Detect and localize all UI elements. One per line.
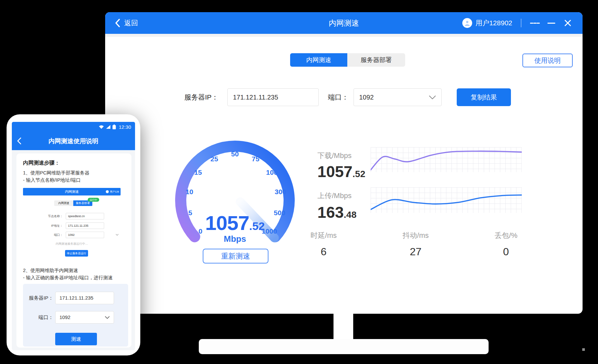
- upload-chart: [371, 187, 522, 213]
- mini-node-name-label: 节点名称：: [48, 213, 63, 219]
- speed-gauge: 0510152550751003005001000 1057.52 Mbps: [169, 138, 301, 246]
- mode-tabs: 内网测速 服务器部署: [290, 53, 405, 67]
- mini-port-label: 端口：: [54, 232, 63, 238]
- phone-header: 12:30 内网测速使用说明: [12, 122, 135, 150]
- chevron-down-icon: [429, 95, 436, 100]
- phone-status-bar: 12:30: [99, 124, 131, 130]
- packet-loss-stat: 丢包/% 0: [476, 231, 536, 258]
- user-icon: [464, 20, 471, 26]
- mini-port-row: 端口： 1092: [23, 232, 121, 238]
- mini-user-chip: 用户128: [106, 188, 119, 195]
- chevron-left-icon: [17, 137, 21, 145]
- instructions-card: 内网测速步骤： 1、使用PC网维助手部署服务器 - 输入节点名称/IP地址/端口…: [16, 153, 131, 348]
- packet-loss-value: 0: [476, 246, 536, 258]
- port-select-value: 1092: [359, 94, 374, 101]
- usage-guide-button[interactable]: 使用说明: [522, 54, 573, 67]
- user-account-chip[interactable]: 用户128902: [462, 18, 512, 28]
- wifi-icon: [99, 125, 104, 129]
- mini-ip-label: IP地址：: [51, 222, 63, 229]
- latency-label: 时延/ms: [294, 231, 353, 240]
- mini-stop-server-button: 停止服务器运行: [65, 250, 88, 257]
- jitter-label: 抖动/ms: [386, 231, 445, 240]
- phone-server-ip-label: 服务器IP：: [28, 292, 53, 304]
- phone-screen: 12:30 内网测速使用说明 内网测速步骤： 1、使用PC网维助手部署服务器 -…: [12, 122, 135, 350]
- app-header: 返回 内网测速 用户128902: [105, 12, 583, 34]
- step2-detail: - 输入正确的服务器IP地址/端口，进行测速: [23, 275, 113, 281]
- mini-avatar: [106, 190, 109, 193]
- jitter-value: 27: [386, 246, 445, 258]
- retest-button[interactable]: 重新测速: [203, 249, 268, 263]
- chevron-left-icon: [115, 19, 120, 27]
- battery-icon: [112, 125, 116, 129]
- mini-node-name-row: 节点名称： speedtest.cn: [23, 213, 121, 219]
- header-divider: [521, 19, 521, 27]
- mini-running-badge: 运行中: [88, 198, 99, 202]
- latency-stat: 时延/ms 6: [294, 231, 353, 258]
- mini-tab-speedtest: 内网测速: [54, 200, 73, 206]
- latency-value: 6: [294, 246, 353, 258]
- gauge-tick-100: 100: [266, 169, 278, 176]
- port-label: 端口：: [328, 88, 349, 106]
- server-ip-label: 服务器IP：: [184, 88, 218, 106]
- download-value: 1057.52: [317, 164, 365, 180]
- upload-label: 上传/Mbps: [317, 191, 352, 201]
- tab-server-deploy[interactable]: 服务器部署: [347, 53, 405, 67]
- phone-mockup: 12:30 内网测速使用说明 内网测速步骤： 1、使用PC网维助手部署服务器 -…: [7, 114, 140, 355]
- mini-ip-row: IP地址： 171.121.11.235: [23, 222, 121, 229]
- phone-port-select[interactable]: 1092: [55, 311, 114, 324]
- phone-port-value: 1092: [59, 311, 70, 323]
- header-shadow-strip: [105, 34, 583, 37]
- mini-app-header: 内网测速 用户128: [23, 188, 121, 195]
- monitor-stand-neck: [334, 313, 353, 339]
- gauge-tick-300: 300: [275, 188, 286, 196]
- minimize-button[interactable]: [546, 18, 556, 28]
- back-label: 返回: [124, 18, 138, 28]
- black-background: 返回 内网测速 用户128902: [0, 0, 598, 364]
- gauge-tick-75: 75: [252, 155, 259, 163]
- phone-server-ip-input[interactable]: 171.121.11.235: [55, 292, 114, 304]
- phone-page-title: 内网测速使用说明: [12, 136, 135, 146]
- mini-ip-value: 171.121.11.235: [66, 222, 104, 229]
- phone-time: 12:30: [119, 124, 131, 130]
- gauge-tick-10: 10: [186, 188, 193, 196]
- back-button[interactable]: 返回: [115, 18, 138, 28]
- download-chart: [371, 147, 522, 172]
- step2-title: 2、使用网维助手内网测速: [23, 267, 78, 274]
- upload-value: 163.48: [317, 205, 356, 220]
- phone-back-button[interactable]: [17, 137, 21, 146]
- mini-port-value: 1092: [66, 232, 104, 238]
- download-label: 下载/Mbps: [317, 151, 352, 161]
- tab-intranet-speedtest[interactable]: 内网测速: [290, 53, 347, 67]
- step1-detail: - 输入节点名称/IP地址/端口: [23, 177, 81, 183]
- menu-button[interactable]: [530, 18, 540, 28]
- server-ip-input[interactable]: [227, 88, 319, 106]
- mini-running-text: 内网测速服务器运行中…: [23, 242, 121, 246]
- background-speck: [582, 348, 585, 351]
- gauge-tick-50: 50: [231, 150, 239, 158]
- mini-app-screenshot: 内网测速 用户128 内网测速 服务器部署 运行中 节点名称： speedtes…: [23, 188, 121, 263]
- close-button[interactable]: [563, 18, 573, 28]
- chevron-down-icon: [116, 234, 119, 236]
- copy-result-button[interactable]: 复制结果: [457, 88, 511, 106]
- signal-icon: [106, 125, 111, 129]
- gauge-value: 1057.52: [169, 213, 301, 233]
- chevron-down-icon: [105, 316, 110, 319]
- phone-test-button[interactable]: 测速: [55, 333, 97, 345]
- username-label: 用户128902: [475, 18, 512, 28]
- close-icon: [564, 19, 571, 27]
- avatar: [462, 18, 472, 28]
- speedtest-app-window: 返回 内网测速 用户128902: [105, 12, 583, 314]
- gauge-unit: Mbps: [169, 234, 301, 244]
- packet-loss-label: 丢包/%: [476, 231, 536, 240]
- jitter-stat: 抖动/ms 27: [386, 231, 445, 258]
- gauge-tick-25: 25: [211, 155, 218, 163]
- phone-port-label: 端口：: [28, 311, 53, 324]
- mini-tabs: 内网测速 服务器部署: [54, 200, 92, 206]
- gauge-tick-15: 15: [194, 169, 202, 176]
- steps-heading: 内网测速步骤：: [23, 160, 60, 167]
- step1-title: 1、使用PC网维助手部署服务器: [23, 170, 89, 176]
- port-select[interactable]: 1092: [354, 88, 442, 106]
- mini-username: 用户128: [110, 190, 119, 193]
- mini-node-name-value: speedtest.cn: [66, 213, 104, 219]
- monitor-stand-base: [199, 339, 489, 354]
